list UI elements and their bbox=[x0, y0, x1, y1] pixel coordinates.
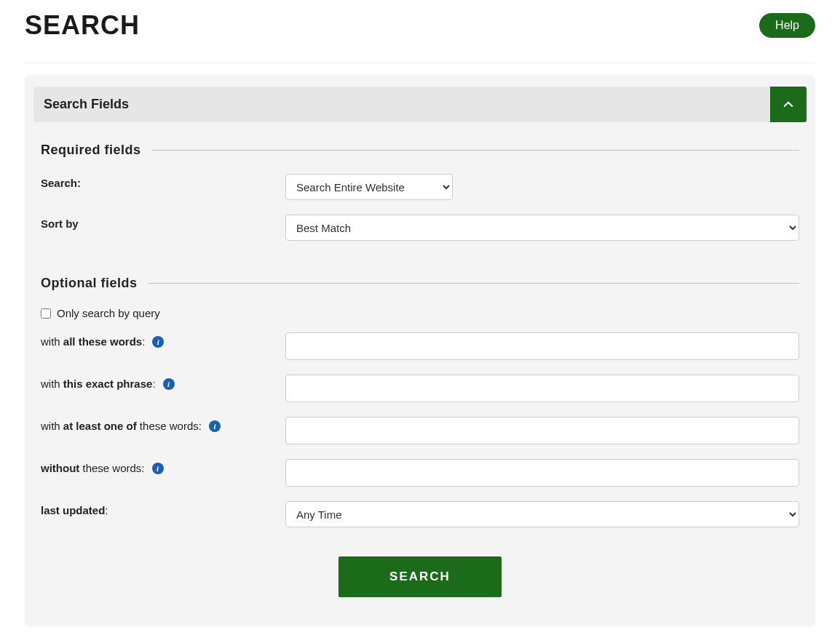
sort-by-label: Sort by bbox=[41, 215, 285, 230]
info-icon[interactable]: i bbox=[163, 378, 175, 390]
info-icon[interactable]: i bbox=[209, 420, 221, 432]
sort-by-select[interactable]: Best Match bbox=[285, 215, 799, 241]
divider bbox=[151, 150, 799, 151]
chevron-up-icon bbox=[781, 97, 796, 112]
without-words-label: without these words: i bbox=[41, 459, 285, 474]
info-icon[interactable]: i bbox=[152, 336, 164, 348]
search-panel: Search Fields Required fields Search: Se… bbox=[25, 75, 815, 626]
label-text: : bbox=[152, 378, 155, 390]
label-text: this exact phrase bbox=[63, 378, 153, 390]
one-of-words-input[interactable] bbox=[285, 417, 799, 444]
last-updated-label: last updated: bbox=[41, 501, 285, 516]
label-text: : bbox=[105, 504, 108, 516]
only-search-by-query-label[interactable]: Only search by query bbox=[57, 307, 160, 319]
page-title: SEARCH bbox=[25, 10, 140, 41]
search-scope-label: Search: bbox=[41, 174, 285, 189]
label-text: with bbox=[41, 335, 63, 348]
label-text: last updated bbox=[41, 504, 105, 516]
label-text: with bbox=[41, 420, 63, 432]
without-words-input[interactable] bbox=[285, 459, 799, 487]
section-header: Search Fields bbox=[33, 87, 807, 122]
required-fields-legend: Required fields bbox=[41, 143, 151, 158]
label-text: with bbox=[41, 378, 63, 390]
all-words-input[interactable] bbox=[285, 332, 799, 360]
exact-phrase-label: with this exact phrase: i bbox=[41, 375, 285, 390]
section-header-title: Search Fields bbox=[33, 87, 770, 122]
help-button[interactable]: Help bbox=[759, 13, 815, 38]
optional-fields-legend-row: Optional fields bbox=[41, 276, 799, 291]
all-words-label: with all these words: i bbox=[41, 332, 285, 348]
optional-fields-legend: Optional fields bbox=[41, 276, 148, 291]
label-text: all these words bbox=[63, 335, 142, 348]
divider bbox=[148, 283, 799, 284]
search-submit-button[interactable]: SEARCH bbox=[338, 556, 502, 597]
label-text: : bbox=[142, 335, 145, 348]
only-search-by-query-checkbox[interactable] bbox=[41, 308, 51, 319]
search-scope-select[interactable]: Search Entire Website bbox=[285, 174, 453, 200]
label-text: without bbox=[41, 462, 79, 474]
exact-phrase-input[interactable] bbox=[285, 375, 799, 402]
label-text: these words: bbox=[79, 462, 144, 474]
info-icon[interactable]: i bbox=[152, 463, 164, 474]
label-text: at least one of bbox=[63, 420, 137, 432]
label-text: these words: bbox=[137, 420, 202, 432]
last-updated-select[interactable]: Any Time bbox=[285, 501, 799, 527]
required-fields-legend-row: Required fields bbox=[41, 143, 799, 158]
one-of-words-label: with at least one of these words: i bbox=[41, 417, 285, 432]
collapse-toggle-button[interactable] bbox=[770, 87, 807, 122]
